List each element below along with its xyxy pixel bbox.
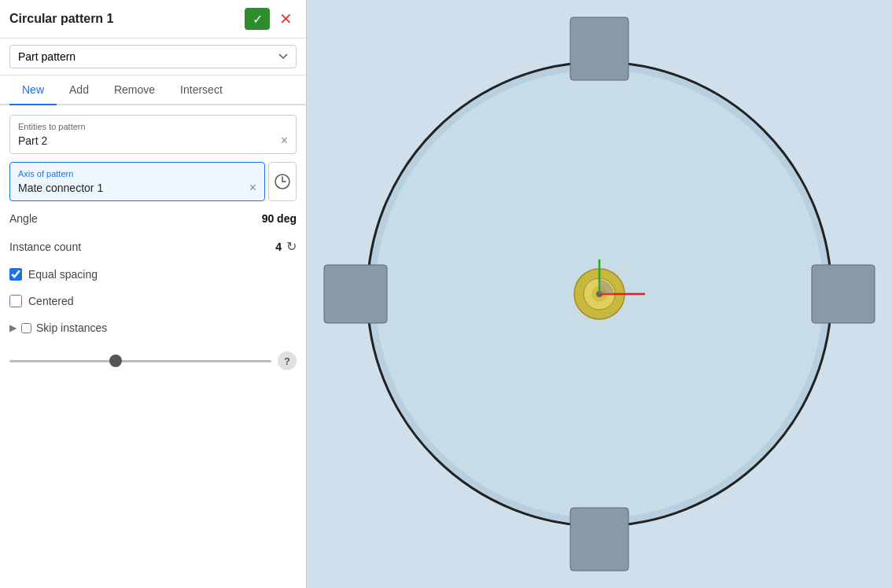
axis-group-wrapper: Axis of pattern Mate connector 1 ×: [9, 162, 297, 201]
dropdown-row: Part pattern Feature pattern: [0, 39, 306, 75]
svg-rect-8: [570, 17, 628, 80]
instance-count-row: Instance count 4 ↻: [9, 236, 297, 257]
centered-row: Centered: [9, 292, 297, 311]
angle-value: 90 deg: [262, 212, 297, 225]
axis-label: Axis of pattern: [18, 169, 256, 178]
tab-new[interactable]: New: [9, 75, 57, 105]
slider-row: ?: [9, 345, 297, 377]
panel-title: Circular pattern 1: [9, 12, 113, 26]
panel-body: Entities to pattern Part 2 × Axis of pat…: [0, 105, 306, 588]
tab-remove[interactable]: Remove: [101, 75, 168, 105]
axis-icon-button[interactable]: [268, 162, 297, 201]
axis-field-group: Axis of pattern Mate connector 1 ×: [9, 162, 265, 201]
equal-spacing-checkbox[interactable]: [9, 268, 22, 281]
panel-header: Circular pattern 1 ✓ ✕: [0, 0, 306, 39]
equal-spacing-row: Equal spacing: [9, 265, 297, 284]
instance-count-label: Instance count: [9, 241, 81, 253]
skip-chevron-icon[interactable]: ▶: [9, 322, 17, 333]
help-button[interactable]: ?: [278, 351, 297, 370]
equal-spacing-label[interactable]: Equal spacing: [28, 268, 98, 281]
refresh-button[interactable]: ↻: [286, 239, 297, 254]
tab-add[interactable]: Add: [57, 75, 101, 105]
header-buttons: ✓ ✕: [245, 8, 297, 30]
skip-instances-label[interactable]: Skip instances: [36, 322, 107, 334]
svg-rect-11: [812, 265, 875, 323]
angle-value-wrap: 90 deg: [262, 212, 297, 225]
skip-instances-row: ▶ Skip instances: [9, 318, 297, 337]
cancel-button[interactable]: ✕: [275, 8, 297, 30]
instance-count-value-wrap: 4 ↻: [275, 239, 297, 254]
svg-rect-9: [570, 508, 628, 571]
tabs-row: New Add Remove Intersect: [0, 75, 306, 105]
zoom-slider[interactable]: [9, 360, 271, 362]
centered-checkbox[interactable]: [9, 295, 22, 307]
entities-field-group: Entities to pattern Part 2 ×: [9, 115, 297, 154]
axis-value: Mate connector 1: [18, 182, 103, 194]
angle-row: Angle 90 deg: [9, 209, 297, 228]
entities-value-row: Part 2 ×: [18, 134, 288, 147]
confirm-button[interactable]: ✓: [245, 8, 270, 30]
axis-value-row: Mate connector 1 ×: [18, 182, 256, 194]
entities-value: Part 2: [18, 134, 47, 147]
left-panel: Circular pattern 1 ✓ ✕ Part pattern Feat…: [0, 0, 307, 588]
svg-rect-10: [324, 265, 387, 323]
entities-label: Entities to pattern: [18, 122, 288, 131]
viewport: Top: [307, 0, 892, 588]
axis-clear-button[interactable]: ×: [249, 182, 256, 194]
angle-label: Angle: [9, 212, 38, 225]
clock-icon: [274, 173, 291, 190]
centered-label[interactable]: Centered: [28, 295, 74, 307]
cad-viewport-svg: [307, 0, 892, 588]
instance-count-value: 4: [275, 241, 282, 253]
tab-intersect[interactable]: Intersect: [168, 75, 235, 105]
entities-clear-button[interactable]: ×: [281, 134, 288, 147]
skip-instances-checkbox[interactable]: [21, 323, 31, 333]
pattern-type-dropdown[interactable]: Part pattern Feature pattern: [9, 45, 297, 68]
